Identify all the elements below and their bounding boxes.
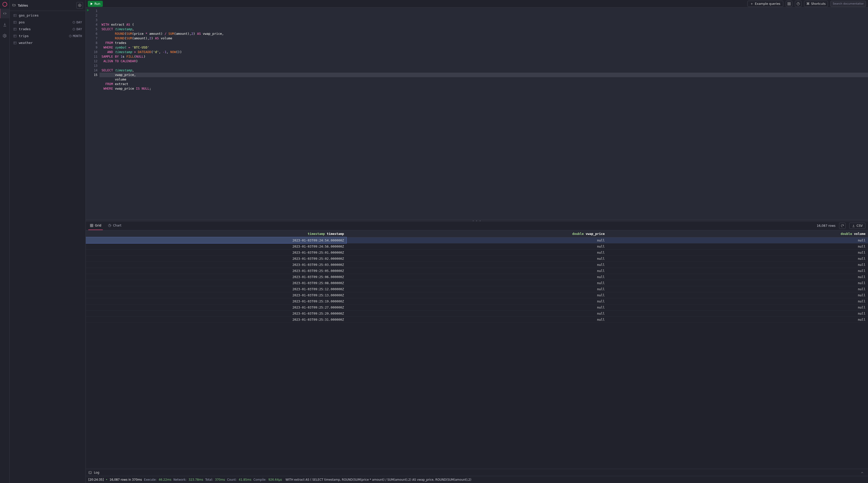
cell[interactable]: 2023-01-03T09:25:13.000000Z <box>86 292 346 298</box>
status-total-label: Total: <box>205 478 213 481</box>
cell[interactable]: null <box>607 310 868 316</box>
shortcuts-button[interactable]: ⌘ Shortcuts <box>804 1 828 7</box>
run-button-label: Run <box>94 2 100 6</box>
cell[interactable]: null <box>346 310 607 316</box>
cell[interactable]: 2023-01-03T09:25:19.000000Z <box>86 298 346 304</box>
table-row[interactable]: 2023-01-03T09:25:02.000000Znullnull <box>86 255 868 262</box>
horizontal-splitter[interactable]: • • • <box>86 220 868 222</box>
cell[interactable]: null <box>607 262 868 268</box>
refresh-button[interactable] <box>839 223 846 229</box>
cell[interactable]: null <box>346 255 607 262</box>
cell[interactable]: null <box>346 304 607 310</box>
sidebar-title: Tables <box>18 4 74 7</box>
example-queries-button[interactable]: Example queries <box>747 1 783 7</box>
cell[interactable]: 2023-01-03T09:25:08.000000Z <box>86 280 346 286</box>
results-grid[interactable]: timestamp timestampdouble vwap_pricedoub… <box>86 230 868 469</box>
cell[interactable]: null <box>607 243 868 249</box>
tab-grid[interactable]: Grid <box>88 221 103 230</box>
cell[interactable]: null <box>607 255 868 262</box>
table-age: DAY <box>72 27 82 31</box>
cell[interactable]: null <box>607 274 868 280</box>
status-net-val: 323.78ms <box>189 478 203 481</box>
cell[interactable]: null <box>607 280 868 286</box>
cell[interactable]: null <box>346 292 607 298</box>
cell[interactable]: 2023-01-03T09:25:03.000000Z <box>86 262 346 268</box>
table-row[interactable]: 2023-01-03T09:25:31.000000Znullnull <box>86 316 868 323</box>
table-row[interactable]: 2023-01-03T09:24:56.000000Znullnull <box>86 243 868 249</box>
cell[interactable]: null <box>346 316 607 323</box>
table-name: trips <box>19 34 67 38</box>
rail-editor-icon[interactable] <box>0 9 9 18</box>
cell[interactable]: 2023-01-03T09:25:02.000000Z <box>86 255 346 262</box>
cell[interactable]: 2023-01-03T09:25:01.000000Z <box>86 249 346 255</box>
cell[interactable]: null <box>346 243 607 249</box>
table-row[interactable]: 2023-01-03T09:25:01.000000Znullnull <box>86 249 868 255</box>
table-row[interactable]: 2023-01-03T09:25:12.000000Znullnull <box>86 286 868 292</box>
table-row[interactable]: 2023-01-03T09:25:13.000000Znullnull <box>86 292 868 298</box>
table-item[interactable]: gas_prices <box>10 12 86 19</box>
cell[interactable]: null <box>607 316 868 323</box>
grid-icon <box>90 224 93 227</box>
cell[interactable]: 2023-01-03T09:25:05.000000Z <box>86 268 346 274</box>
cell[interactable]: null <box>607 237 868 243</box>
cell[interactable]: 2023-01-03T09:24:54.000000Z <box>86 237 346 243</box>
table-item[interactable]: tradesDAY <box>10 26 86 32</box>
cell[interactable]: null <box>346 280 607 286</box>
add-table-button[interactable] <box>76 2 83 9</box>
cell[interactable]: null <box>607 292 868 298</box>
column-header[interactable]: timestamp timestamp <box>86 230 346 237</box>
cell[interactable]: null <box>346 249 607 255</box>
cell[interactable]: null <box>607 304 868 310</box>
toolbar-help-icon[interactable] <box>795 1 802 7</box>
column-header[interactable]: double vwap_price <box>346 230 607 237</box>
cell[interactable]: null <box>346 286 607 292</box>
table-row[interactable]: 2023-01-03T09:25:03.000000Znullnull <box>86 262 868 268</box>
column-header[interactable]: double volume <box>607 230 868 237</box>
export-csv-button[interactable]: CSV <box>849 223 865 229</box>
cell[interactable]: 2023-01-03T09:25:06.000000Z <box>86 274 346 280</box>
svg-rect-11 <box>787 2 788 3</box>
table-icon <box>13 21 17 24</box>
cell[interactable]: 2023-01-03T09:25:27.000000Z <box>86 304 346 310</box>
cell[interactable]: null <box>346 274 607 280</box>
search-docs-input[interactable] <box>831 1 866 7</box>
log-label[interactable]: Log <box>94 471 99 474</box>
cell[interactable]: 2023-01-03T09:24:56.000000Z <box>86 243 346 249</box>
status-total-val: 370ms <box>215 478 225 481</box>
cell[interactable]: 2023-01-03T09:25:31.000000Z <box>86 316 346 323</box>
tab-chart[interactable]: Chart <box>106 221 123 230</box>
table-item[interactable]: tripsMONTH <box>10 32 86 39</box>
cell[interactable]: null <box>607 286 868 292</box>
run-button[interactable]: Run <box>88 1 103 7</box>
table-row[interactable]: 2023-01-03T09:25:27.000000Znullnull <box>86 304 868 310</box>
log-collapse-icon[interactable] <box>859 470 865 476</box>
rail-import-icon[interactable] <box>0 20 10 29</box>
cell[interactable]: null <box>346 262 607 268</box>
gutter-run-icon[interactable] <box>87 9 89 12</box>
table-row[interactable]: 2023-01-03T09:25:29.000000Znullnull <box>86 310 868 316</box>
table-item[interactable]: weather <box>10 39 86 46</box>
table-row[interactable]: 2023-01-03T09:25:05.000000Znullnull <box>86 268 868 274</box>
table-row[interactable]: 2023-01-03T09:25:19.000000Znullnull <box>86 298 868 304</box>
download-icon <box>852 224 855 227</box>
table-row[interactable]: 2023-01-03T09:25:06.000000Znullnull <box>86 274 868 280</box>
status-dot-icon: • <box>106 478 107 481</box>
sql-editor[interactable]: 123456789101112131415 WITH extract AS ( … <box>86 8 868 220</box>
chart-icon <box>108 224 112 227</box>
table-row[interactable]: 2023-01-03T09:25:08.000000Znullnull <box>86 280 868 286</box>
cell[interactable]: 2023-01-03T09:25:12.000000Z <box>86 286 346 292</box>
table-name: trades <box>19 27 70 31</box>
cell[interactable]: null <box>346 298 607 304</box>
cell[interactable]: null <box>607 298 868 304</box>
cell[interactable]: null <box>346 237 607 243</box>
toolbar-grid-icon[interactable] <box>786 1 793 7</box>
rail-settings-icon[interactable] <box>0 31 10 41</box>
cell[interactable]: 2023-01-03T09:25:29.000000Z <box>86 310 346 316</box>
cell[interactable]: null <box>607 249 868 255</box>
cell[interactable]: null <box>607 268 868 274</box>
tables-list: gas_pricesposDAYtradesDAYtripsMONTHweath… <box>10 11 86 47</box>
table-row[interactable]: 2023-01-03T09:24:54.000000Znullnull <box>86 237 868 243</box>
table-item[interactable]: posDAY <box>10 19 86 26</box>
editor-code[interactable]: WITH extract AS ( SELECT timestamp, ROUN… <box>99 8 868 220</box>
cell[interactable]: null <box>346 268 607 274</box>
